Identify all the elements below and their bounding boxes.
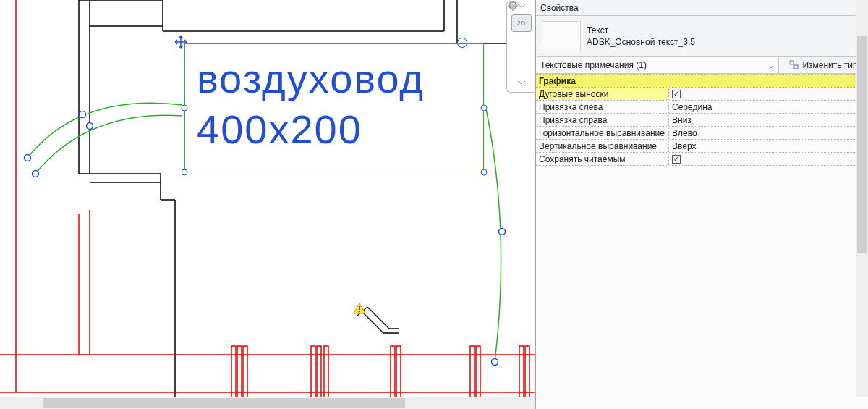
properties-panel: Свойства ✕ Текст ADSK_Основной текст_3.5… bbox=[535, 0, 868, 409]
grip-icon[interactable] bbox=[481, 105, 488, 111]
property-name: Привязка слева bbox=[536, 101, 669, 113]
edit-type-icon bbox=[789, 60, 799, 70]
selection-filter-dropdown[interactable]: Текстовые примечания (1) ⌄ bbox=[536, 57, 779, 73]
selection-filter-label: Текстовые примечания (1) bbox=[540, 60, 647, 70]
svg-point-39 bbox=[492, 359, 498, 366]
panel-title: Свойства bbox=[540, 3, 579, 13]
scrollbar-vertical[interactable] bbox=[856, 0, 868, 397]
type-family: ADSK_Основной текст_3.5 bbox=[587, 36, 695, 48]
property-name: Горизонтальное выравнивание bbox=[536, 127, 669, 139]
property-row[interactable]: Сохранять читаемым ✓ bbox=[536, 152, 868, 165]
property-name: Вертикальное выравнивание bbox=[536, 140, 669, 152]
panel-title-bar[interactable]: Свойства ✕ bbox=[536, 0, 868, 16]
property-name: Сохранять читаемым bbox=[536, 153, 669, 165]
grip-icon[interactable] bbox=[182, 169, 188, 176]
navigation-bar: 2D bbox=[506, 0, 535, 93]
property-value[interactable]: Середина bbox=[669, 101, 868, 113]
svg-line-15 bbox=[367, 307, 389, 329]
property-name: Привязка справа bbox=[536, 114, 669, 126]
properties-grid: Графика ⌃⌃ Дуговые выноски ✓ Привязка сл… bbox=[536, 74, 868, 409]
annotation-text-line2: 400х200 bbox=[185, 99, 483, 150]
checkbox-checked-icon[interactable]: ✓ bbox=[672, 155, 681, 164]
home-view-icon[interactable] bbox=[511, 58, 532, 75]
scrollbar-horizontal[interactable] bbox=[0, 397, 535, 409]
property-row[interactable]: Дуговые выноски ✓ bbox=[536, 87, 868, 100]
svg-line-14 bbox=[362, 311, 383, 333]
warning-icon bbox=[353, 303, 366, 314]
property-value[interactable]: Вниз bbox=[669, 114, 868, 126]
property-row[interactable]: Вертикальное выравнивание Вверх bbox=[536, 139, 868, 152]
text-annotation[interactable]: воздуховод 400х200 bbox=[184, 43, 484, 172]
grip-icon[interactable] bbox=[182, 105, 188, 111]
property-row[interactable]: Привязка слева Середина bbox=[536, 100, 868, 113]
drawing-canvas[interactable]: воздуховод 400х200 2D bbox=[0, 0, 535, 409]
grip-icon[interactable] bbox=[481, 169, 488, 176]
type-thumbnail bbox=[542, 21, 581, 51]
svg-rect-53 bbox=[794, 65, 798, 69]
view-mode-2d-label: 2D bbox=[517, 20, 526, 27]
property-value[interactable]: Влево bbox=[669, 127, 868, 139]
property-row[interactable]: Горизонтальное выравнивание Влево bbox=[536, 126, 868, 139]
chevron-down-icon[interactable] bbox=[511, 80, 532, 87]
property-value[interactable]: Вверх bbox=[669, 140, 868, 152]
section-label: Графика bbox=[539, 76, 576, 86]
edit-type-label: Изменить тип bbox=[802, 60, 857, 70]
chevron-down-icon: ⌄ bbox=[768, 62, 774, 69]
svg-point-35 bbox=[25, 155, 31, 161]
property-value[interactable]: ✓ bbox=[669, 88, 868, 100]
property-row[interactable]: Привязка справа Вниз bbox=[536, 113, 868, 126]
svg-rect-19 bbox=[0, 355, 535, 392]
svg-rect-52 bbox=[790, 61, 793, 64]
svg-rect-50 bbox=[510, 2, 516, 4]
svg-rect-51 bbox=[510, 6, 516, 8]
svg-point-37 bbox=[80, 111, 86, 118]
checkbox-checked-icon[interactable]: ✓ bbox=[672, 90, 681, 98]
type-category: Текст bbox=[587, 25, 695, 36]
view-tool-icon[interactable] bbox=[511, 36, 532, 54]
property-value[interactable]: ✓ bbox=[669, 153, 868, 165]
svg-point-40 bbox=[499, 229, 506, 235]
section-header-graphics[interactable]: Графика ⌃⌃ bbox=[536, 74, 868, 87]
type-selector[interactable]: Текст ADSK_Основной текст_3.5 bbox=[536, 16, 868, 56]
edit-type-button[interactable]: Изменить тип bbox=[779, 60, 868, 70]
annotation-text-line1: воздуховод bbox=[185, 44, 483, 99]
svg-point-36 bbox=[33, 171, 39, 177]
svg-point-38 bbox=[87, 123, 93, 130]
view-mode-2d[interactable]: 2D bbox=[511, 14, 532, 32]
property-name: Дуговые выноски bbox=[536, 88, 669, 100]
svg-point-44 bbox=[359, 311, 360, 313]
